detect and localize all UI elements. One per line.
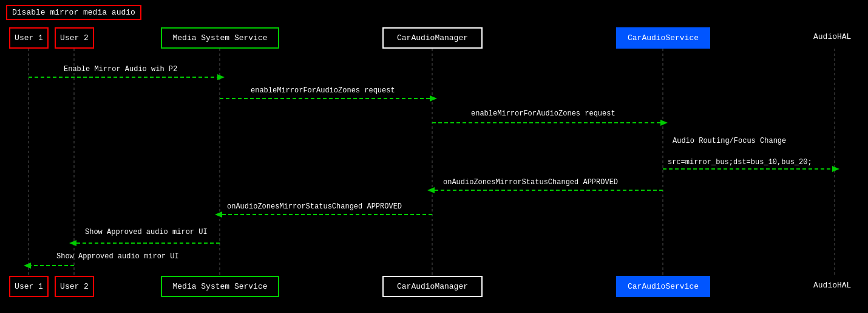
message-3-label: enableMirrorForAudioZones request xyxy=(471,109,615,118)
svg-marker-9 xyxy=(430,95,437,101)
svg-marker-11 xyxy=(660,120,668,126)
svg-marker-15 xyxy=(427,187,435,193)
message-4-sublabel: src=mirror_bus;dst=bus_10,bus_20; xyxy=(668,158,812,167)
message-1-label: Enable Mirror Audio wih P2 xyxy=(64,65,177,74)
message-2-label: enableMirrorForAudioZones request xyxy=(251,86,395,95)
actor-user2-bottom: User 2 xyxy=(55,276,94,297)
actor-user1-top: User 1 xyxy=(9,27,49,49)
actor-mss-top: Media System Service xyxy=(161,27,279,49)
actor-hal-top: AudioHAL xyxy=(813,32,851,41)
message-8-label: Show Approved audio miror UI xyxy=(56,252,179,261)
svg-marker-17 xyxy=(215,212,222,218)
svg-marker-21 xyxy=(24,263,31,269)
actor-mss-bottom: Media System Service xyxy=(161,276,279,297)
actor-cam-top: CarAudioManager xyxy=(382,27,483,49)
svg-marker-13 xyxy=(832,166,839,172)
svg-marker-19 xyxy=(69,240,76,246)
diagram-title: Disable mirror media audio xyxy=(6,5,141,20)
message-7-label: Show Approved audio miror UI xyxy=(85,228,208,236)
actor-hal-bottom: AudioHAL xyxy=(813,281,851,290)
svg-marker-7 xyxy=(217,74,225,80)
actor-user2-top: User 2 xyxy=(55,27,94,49)
sequence-diagram: Disable mirror media audio User 1 User 2… xyxy=(0,0,868,313)
actor-cam-bottom: CarAudioManager xyxy=(382,276,483,297)
message-6-label: onAudioZonesMirrorStatusChanged APPROVED xyxy=(227,202,402,211)
actor-user1-bottom: User 1 xyxy=(9,276,49,297)
message-5-label: onAudioZonesMirrorStatusChanged APPROVED xyxy=(443,178,618,187)
actor-cas-top: CarAudioService xyxy=(616,27,710,49)
actor-cas-bottom: CarAudioService xyxy=(616,276,710,297)
message-4-label: Audio Routing/Focus Change xyxy=(673,137,786,145)
